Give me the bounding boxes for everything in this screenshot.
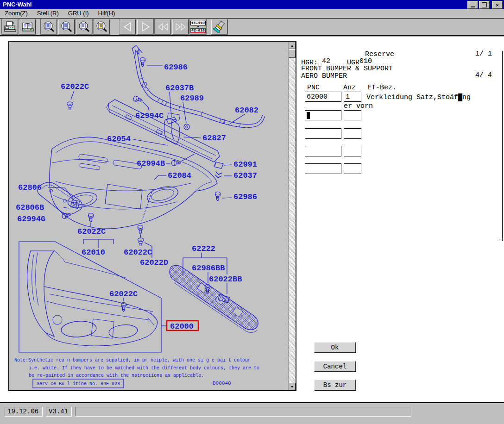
leader-lines: [48, 66, 245, 326]
part-label[interactable]: 62991: [233, 160, 257, 169]
scroll-up-icon: ▲: [290, 44, 294, 47]
part-label[interactable]: 62022C: [77, 227, 106, 236]
pnc-input-row1[interactable]: 62000: [305, 92, 341, 102]
part-label[interactable]: 62222: [192, 244, 215, 253]
service-bulletin-text: Serv ce Bu l itine No. 84E-028: [37, 381, 120, 387]
book-icon: [21, 21, 34, 33]
menu-gru[interactable]: GRU (I): [63, 9, 94, 18]
prev-button[interactable]: [120, 19, 136, 34]
part-label[interactable]: 62054: [107, 135, 131, 143]
anz-value: 1: [346, 93, 350, 101]
scroll-down-button[interactable]: ▼: [289, 383, 296, 390]
group-range-badge: 11-110 ▼ 42-010: [190, 21, 206, 33]
part-label[interactable]: 62986: [233, 193, 257, 201]
pnc-input-row5[interactable]: [305, 163, 341, 174]
diagram-scrollbar[interactable]: ▲ ▼: [288, 42, 296, 390]
print-button[interactable]: [2, 19, 18, 34]
anz-input-row1[interactable]: 1: [344, 92, 361, 102]
part-label[interactable]: 62986BB: [192, 264, 225, 273]
printer-icon: [4, 21, 17, 33]
magnifier-document-icon: [78, 21, 91, 33]
fast-prev-button[interactable]: [155, 19, 171, 34]
part-label[interactable]: 62806: [18, 183, 42, 192]
group-select-button[interactable]: 11-110 ▼ 42-010: [190, 19, 206, 34]
magnifier-document-icon: [95, 21, 108, 33]
minimize-button[interactable]: [467, 1, 478, 9]
column-header-anz: Anz: [343, 84, 356, 92]
magnifier-document-icon: [43, 21, 56, 33]
part-label[interactable]: 62022BB: [209, 275, 242, 284]
part-label[interactable]: 62084: [168, 171, 191, 180]
subgroup-title: AERO BUMPER: [301, 72, 347, 80]
part-label[interactable]: 62989: [180, 94, 204, 103]
part-label-62000: 62000: [170, 322, 194, 331]
menu-stell[interactable]: Stell (R): [32, 9, 63, 18]
part-label[interactable]: 62994G: [17, 215, 45, 224]
scroll-down-icon: ▼: [290, 385, 294, 388]
part-label[interactable]: 62986: [164, 63, 188, 72]
double-arrow-right-icon: [175, 21, 187, 32]
pnc-value: 62000: [307, 93, 328, 101]
anz-input-row2[interactable]: [344, 110, 361, 120]
toolbar: 11-110 ▼ 42-010: [0, 19, 504, 36]
ok-button[interactable]: Ok: [314, 342, 356, 353]
part-label[interactable]: 62994C: [135, 112, 164, 120]
part-label[interactable]: 62010: [82, 248, 105, 257]
anz-input-row4[interactable]: [344, 146, 361, 156]
menu-zoom[interactable]: Zoom(Z): [0, 9, 32, 18]
part-label[interactable]: 62022C: [109, 290, 138, 299]
hgr-value: 42: [322, 57, 330, 65]
column-header-pnc: PNC: [307, 84, 320, 92]
maximize-icon: [482, 2, 487, 7]
catalog-button[interactable]: [19, 19, 36, 34]
part-label[interactable]: 62022D: [140, 258, 168, 267]
arrow-left-icon: [122, 21, 134, 32]
window-title: PNC-Wahl: [0, 1, 32, 8]
note-line: be re-painted in accordance with the nst…: [29, 373, 204, 378]
close-button[interactable]: ×: [492, 1, 503, 9]
part-label[interactable]: 62082: [235, 106, 258, 115]
zoom-doc-button-1[interactable]: [41, 19, 57, 34]
anz-input-row3[interactable]: [344, 128, 361, 139]
parts-diagram[interactable]: 6298662022C62037B629896208262994C6205462…: [9, 42, 288, 390]
page-indicator-top: 1/ 1: [475, 50, 492, 58]
part-label[interactable]: 62022C: [124, 248, 152, 257]
zoom-doc-button-4[interactable]: [94, 19, 110, 34]
text-cursor: [307, 112, 310, 119]
fast-next-button[interactable]: [172, 19, 189, 34]
highlighted-part-label[interactable]: 62000: [167, 321, 198, 331]
diagram-panel: 6298662022C62037B629896208262994C6205462…: [8, 41, 296, 391]
menu-hilf[interactable]: Hilf(H): [94, 9, 120, 18]
part-label[interactable]: 62827: [202, 134, 226, 143]
client-area: 6298662022C62037B629896208262994C6205462…: [0, 37, 504, 402]
note-line: Note:Synthetic rea n bumpers are supplie…: [14, 358, 251, 363]
ugr-value: 010: [359, 57, 372, 65]
scroll-up-button[interactable]: ▲: [289, 42, 296, 49]
pnc-input-row2[interactable]: [305, 110, 341, 120]
group-title: FRONT BUMPER & SUPPORT: [301, 65, 393, 73]
part-label[interactable]: 62022C: [61, 82, 89, 91]
arrow-right-icon: [139, 21, 151, 32]
back-button[interactable]: Bs zur: [314, 380, 356, 390]
next-button[interactable]: [137, 19, 153, 34]
pnc-input-row3[interactable]: [305, 128, 341, 139]
part-label[interactable]: 62994B: [137, 159, 165, 168]
part-label[interactable]: 62806B: [16, 203, 44, 212]
maximize-button[interactable]: [479, 1, 490, 9]
column-header-et: ET-Bez.: [367, 84, 397, 92]
group-to: 42-010: [190, 28, 206, 33]
pnc-wahl-window: PNC-Wahl × Zoom(Z) Stell (R) GRU (I) Hil…: [0, 0, 504, 424]
pnc-input-row4[interactable]: [305, 146, 341, 156]
part-description-line2: er vorn: [344, 102, 373, 110]
scroll-thumb[interactable]: [289, 49, 296, 58]
part-label[interactable]: 62037B: [165, 84, 194, 93]
cancel-button[interactable]: Cancel: [314, 361, 356, 372]
zoom-doc-button-3[interactable]: [76, 19, 92, 34]
magnifier-document-icon: [60, 21, 73, 33]
zoom-doc-button-2[interactable]: [58, 19, 75, 34]
part-label[interactable]: 62037: [233, 171, 257, 180]
scroll-track[interactable]: [289, 58, 296, 383]
highlight-button[interactable]: [211, 19, 227, 34]
anz-input-row5[interactable]: [344, 163, 361, 174]
panel-divider-line: [502, 51, 503, 241]
